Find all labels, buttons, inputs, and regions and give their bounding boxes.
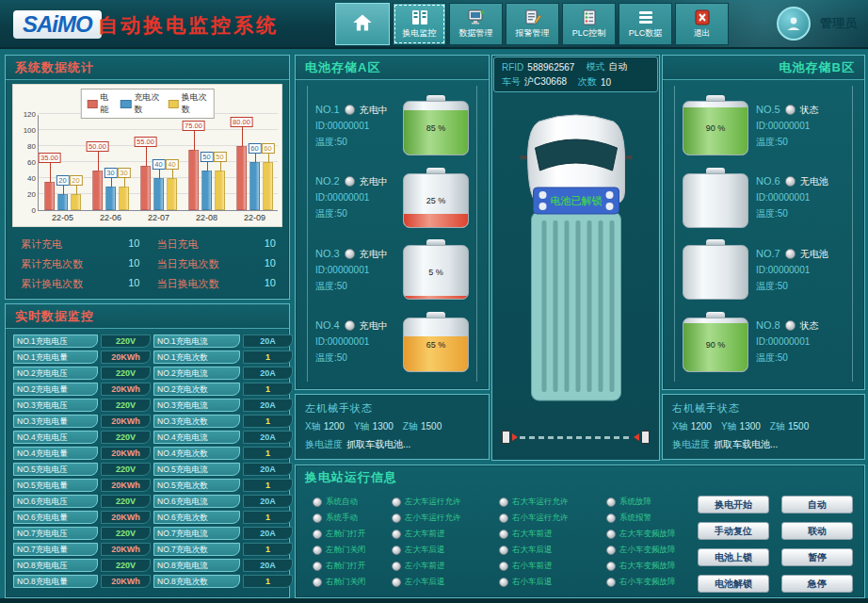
- rt-label: NO.1充电电量: [13, 350, 98, 364]
- bar-value-label: 40: [152, 159, 165, 170]
- battery-temp: 温度:50: [315, 134, 395, 150]
- label-whisker: [194, 131, 195, 150]
- battery-status: 无电池: [800, 246, 828, 262]
- nav-button-PLC控制[interactable]: PLC控制: [562, 3, 616, 45]
- page-title: 自动换电监控系统: [98, 12, 279, 39]
- rfid-label: RFID: [502, 62, 523, 73]
- label-whisker: [255, 154, 256, 162]
- battery-id: ID:00000001: [756, 262, 844, 278]
- control-button-电池上锁[interactable]: 电池上锁: [698, 548, 769, 566]
- label-whisker: [159, 170, 160, 178]
- battery-temp: 温度:50: [315, 278, 395, 294]
- axis-label: Z轴: [403, 421, 418, 432]
- indicator-label: 右小车变频故障: [619, 577, 676, 588]
- battery-percent: 90 %: [683, 318, 747, 371]
- battery-body: 5 %: [403, 245, 469, 300]
- battery-status: 状态: [800, 318, 819, 334]
- y-tick-label: 20: [27, 190, 36, 199]
- rt-value: 220V: [101, 559, 151, 572]
- control-button-急停[interactable]: 急停: [781, 575, 853, 593]
- battery-banner-text: 电池已解锁: [550, 195, 602, 206]
- bar-电能: [188, 150, 199, 210]
- battery-slot-NO.4: NO.4充电中ID:00000001温度:5065 %: [315, 312, 469, 372]
- indicator-lamp-icon: [606, 578, 616, 587]
- control-button-电池解锁[interactable]: 电池解锁: [698, 575, 769, 593]
- battery-id: ID:00000001: [315, 189, 395, 205]
- plc-control-icon: [580, 9, 599, 25]
- bar-value-label: 55.00: [134, 137, 157, 147]
- battery-graphic: [683, 168, 748, 228]
- bar-value-label: 50: [200, 152, 213, 162]
- saimo-logo: SAiMO: [13, 10, 102, 39]
- rt-value: 220V: [101, 431, 151, 444]
- rt-label: NO.4充电电量: [13, 447, 98, 460]
- battery-status: 状态: [800, 102, 819, 118]
- battery-id: ID:00000001: [315, 118, 395, 134]
- status-indicator: 系统手动: [313, 512, 390, 525]
- robot-left-progress: 换电进度抓取车载电池...: [305, 435, 479, 453]
- nav-button-报警管理[interactable]: 报警管理: [506, 3, 559, 45]
- label-whisker: [242, 127, 243, 146]
- status-indicator: 左大车前进: [392, 528, 497, 541]
- bar-换电次数: [71, 194, 81, 210]
- battery-info: NO.3充电中ID:00000001温度:50: [315, 246, 395, 294]
- battery-temp: 温度:50: [756, 205, 844, 221]
- home-button[interactable]: [335, 3, 390, 45]
- conveyor-left-box: [502, 431, 510, 444]
- bar-value-label: 60: [248, 143, 261, 154]
- rt-label: NO.7充电电压: [13, 527, 98, 540]
- robot-right-axes: X轴1200Y轴1300Z轴1500: [672, 417, 855, 435]
- control-button-换电开始[interactable]: 换电开始: [698, 496, 769, 513]
- x-tick-label: 22-08: [183, 213, 231, 222]
- storage-a-list: NO.1充电中ID:00000001温度:5085 %NO.2充电中ID:000…: [307, 86, 477, 382]
- indicator-lamp-icon: [606, 562, 616, 571]
- label-whisker: [146, 147, 147, 166]
- control-button-自动[interactable]: 自动: [781, 496, 853, 513]
- battery-body: [683, 245, 748, 300]
- battery-graphic: 25 %: [403, 168, 469, 228]
- battery-no-line: NO.1充电中: [315, 102, 395, 118]
- storage-a-panel: 电池存储A区 NO.1充电中ID:00000001温度:5085 %NO.2充电…: [295, 55, 490, 390]
- x-tick-label: 22-07: [135, 213, 183, 222]
- axis-label: Y轴: [721, 421, 737, 432]
- rt-label: NO.8充电电量: [13, 575, 98, 588]
- control-button-暂停[interactable]: 暂停: [781, 548, 853, 566]
- battery-temp: 温度:50: [756, 350, 844, 366]
- rt-label: NO.7充电次数: [153, 543, 240, 556]
- indicator-lamp-icon: [499, 562, 508, 571]
- indicator-label: 右大车运行允许: [512, 497, 569, 508]
- rt-label: NO.1充电电流: [153, 334, 240, 348]
- legend-item: 电能: [87, 91, 113, 116]
- nav-button-换电监控[interactable]: 换电监控: [393, 3, 446, 45]
- nav-button-PLC数据[interactable]: PLC数据: [619, 3, 672, 45]
- bar-value-label: 50.00: [86, 141, 109, 152]
- indicator-lamp-icon: [313, 562, 322, 571]
- indicator-lamp-icon: [392, 530, 401, 539]
- nav-button-数据管理[interactable]: 数据管理: [449, 3, 503, 45]
- summary-item: 累计充电次数10: [17, 257, 144, 271]
- summary-value: 10: [128, 237, 139, 252]
- battery-no-line: NO.7无电池: [756, 246, 844, 262]
- control-button-联动[interactable]: 联动: [781, 522, 853, 540]
- axis-readout: Z轴1500: [770, 421, 809, 432]
- battery-status: 充电中: [360, 102, 388, 118]
- storage-a-title: 电池存储A区: [296, 56, 489, 80]
- bar-换电次数: [167, 178, 177, 210]
- control-button-手动复位[interactable]: 手动复位: [698, 522, 769, 540]
- indicator-label: 系统故障: [619, 497, 651, 508]
- user-area[interactable]: 管理员: [777, 7, 857, 41]
- nav-button-退出[interactable]: 退出: [675, 3, 729, 45]
- rt-value: 220V: [101, 527, 151, 540]
- battery-no-line: NO.6无电池: [756, 173, 844, 189]
- summary-value: 10: [128, 277, 139, 291]
- indicator-label: 左大车运行允许: [405, 497, 461, 508]
- label-whisker: [172, 170, 173, 178]
- rt-value: 20KWh: [101, 447, 151, 460]
- summary-label: 累计充电次数: [21, 257, 83, 271]
- mode-value: 自动: [608, 60, 627, 73]
- rt-value: 220V: [101, 495, 151, 508]
- home-icon: [352, 13, 373, 36]
- battery-id: ID:00000001: [756, 189, 844, 205]
- status-indicator: 左舱门关闭: [313, 544, 390, 557]
- battery-id: ID:00000001: [756, 334, 844, 350]
